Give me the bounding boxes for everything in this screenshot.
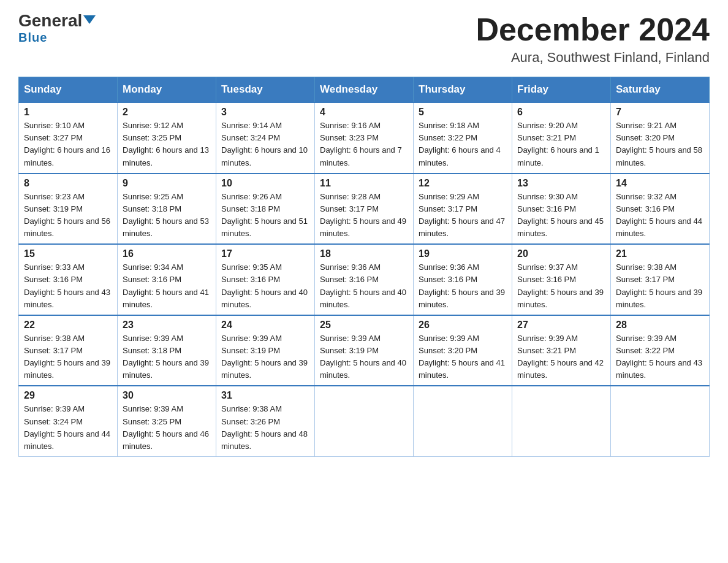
day-number: 24 bbox=[221, 320, 309, 331]
calendar-day-cell: 20 Sunrise: 9:37 AMSunset: 3:16 PMDaylig… bbox=[512, 244, 611, 315]
day-number: 31 bbox=[221, 390, 309, 401]
day-number: 2 bbox=[123, 107, 211, 118]
calendar-week-row: 29 Sunrise: 9:39 AMSunset: 3:24 PMDaylig… bbox=[19, 386, 710, 456]
day-info: Sunrise: 9:33 AMSunset: 3:16 PMDaylight:… bbox=[24, 262, 110, 308]
logo: General Blue bbox=[18, 12, 96, 45]
day-info: Sunrise: 9:10 AMSunset: 3:27 PMDaylight:… bbox=[24, 121, 110, 167]
calendar-day-cell: 31 Sunrise: 9:38 AMSunset: 3:26 PMDaylig… bbox=[216, 386, 315, 456]
day-number: 26 bbox=[419, 320, 507, 331]
page-header: General Blue December 2024 Aura, Southwe… bbox=[18, 12, 710, 66]
calendar-week-row: 8 Sunrise: 9:23 AMSunset: 3:19 PMDayligh… bbox=[19, 174, 710, 245]
logo-text: General bbox=[18, 12, 96, 29]
title-block: December 2024 Aura, Southwest Finland, F… bbox=[476, 12, 710, 66]
calendar-day-cell: 10 Sunrise: 9:26 AMSunset: 3:18 PMDaylig… bbox=[216, 174, 315, 245]
day-info: Sunrise: 9:39 AMSunset: 3:22 PMDaylight:… bbox=[616, 334, 702, 380]
calendar-day-cell: 11 Sunrise: 9:28 AMSunset: 3:17 PMDaylig… bbox=[315, 174, 414, 245]
weekday-header-friday: Friday bbox=[512, 77, 611, 103]
day-number: 22 bbox=[24, 320, 112, 331]
empty-day-cell bbox=[315, 386, 414, 456]
day-number: 29 bbox=[24, 390, 112, 401]
day-info: Sunrise: 9:18 AMSunset: 3:22 PMDaylight:… bbox=[419, 121, 501, 167]
calendar-day-cell: 14 Sunrise: 9:32 AMSunset: 3:16 PMDaylig… bbox=[611, 174, 710, 245]
calendar-day-cell: 28 Sunrise: 9:39 AMSunset: 3:22 PMDaylig… bbox=[611, 315, 710, 386]
calendar-day-cell: 15 Sunrise: 9:33 AMSunset: 3:16 PMDaylig… bbox=[19, 244, 118, 315]
day-info: Sunrise: 9:12 AMSunset: 3:25 PMDaylight:… bbox=[123, 121, 209, 167]
calendar-day-cell: 8 Sunrise: 9:23 AMSunset: 3:19 PMDayligh… bbox=[19, 174, 118, 245]
day-info: Sunrise: 9:39 AMSunset: 3:25 PMDaylight:… bbox=[123, 404, 209, 450]
day-number: 1 bbox=[24, 107, 112, 118]
day-number: 10 bbox=[221, 178, 309, 189]
calendar-header-row: SundayMondayTuesdayWednesdayThursdayFrid… bbox=[19, 77, 710, 103]
day-info: Sunrise: 9:14 AMSunset: 3:24 PMDaylight:… bbox=[221, 121, 308, 167]
weekday-header-tuesday: Tuesday bbox=[216, 77, 315, 103]
calendar-day-cell: 22 Sunrise: 9:38 AMSunset: 3:17 PMDaylig… bbox=[19, 315, 118, 386]
calendar-day-cell: 21 Sunrise: 9:38 AMSunset: 3:17 PMDaylig… bbox=[611, 244, 710, 315]
day-number: 17 bbox=[221, 248, 309, 259]
weekday-header-saturday: Saturday bbox=[611, 77, 710, 103]
day-number: 14 bbox=[616, 178, 704, 189]
day-info: Sunrise: 9:26 AMSunset: 3:18 PMDaylight:… bbox=[221, 192, 308, 238]
day-number: 8 bbox=[24, 178, 112, 189]
day-number: 4 bbox=[320, 107, 408, 118]
day-number: 7 bbox=[616, 107, 704, 118]
calendar-day-cell: 19 Sunrise: 9:36 AMSunset: 3:16 PMDaylig… bbox=[414, 244, 512, 315]
day-number: 12 bbox=[419, 178, 507, 189]
day-info: Sunrise: 9:36 AMSunset: 3:16 PMDaylight:… bbox=[419, 262, 505, 308]
day-number: 30 bbox=[123, 390, 211, 401]
page-subtitle: Aura, Southwest Finland, Finland bbox=[476, 50, 710, 66]
day-info: Sunrise: 9:39 AMSunset: 3:24 PMDaylight:… bbox=[24, 404, 110, 450]
day-number: 16 bbox=[123, 248, 211, 259]
calendar-day-cell: 6 Sunrise: 9:20 AMSunset: 3:21 PMDayligh… bbox=[512, 102, 611, 174]
calendar-day-cell: 12 Sunrise: 9:29 AMSunset: 3:17 PMDaylig… bbox=[414, 174, 512, 245]
weekday-header-sunday: Sunday bbox=[19, 77, 118, 103]
calendar-day-cell: 2 Sunrise: 9:12 AMSunset: 3:25 PMDayligh… bbox=[118, 102, 216, 174]
calendar-day-cell: 16 Sunrise: 9:34 AMSunset: 3:16 PMDaylig… bbox=[118, 244, 216, 315]
day-number: 23 bbox=[123, 320, 211, 331]
calendar-day-cell: 4 Sunrise: 9:16 AMSunset: 3:23 PMDayligh… bbox=[315, 102, 414, 174]
day-number: 21 bbox=[616, 248, 704, 259]
calendar-day-cell: 17 Sunrise: 9:35 AMSunset: 3:16 PMDaylig… bbox=[216, 244, 315, 315]
day-info: Sunrise: 9:23 AMSunset: 3:19 PMDaylight:… bbox=[24, 192, 110, 238]
day-info: Sunrise: 9:30 AMSunset: 3:16 PMDaylight:… bbox=[517, 192, 604, 238]
day-info: Sunrise: 9:16 AMSunset: 3:23 PMDaylight:… bbox=[320, 121, 402, 167]
day-info: Sunrise: 9:39 AMSunset: 3:19 PMDaylight:… bbox=[320, 334, 406, 380]
day-number: 5 bbox=[419, 107, 507, 118]
calendar-day-cell: 5 Sunrise: 9:18 AMSunset: 3:22 PMDayligh… bbox=[414, 102, 512, 174]
calendar-day-cell: 1 Sunrise: 9:10 AMSunset: 3:27 PMDayligh… bbox=[19, 102, 118, 174]
day-number: 3 bbox=[221, 107, 309, 118]
calendar-day-cell: 13 Sunrise: 9:30 AMSunset: 3:16 PMDaylig… bbox=[512, 174, 611, 245]
day-number: 18 bbox=[320, 248, 408, 259]
logo-blue-line: Blue bbox=[18, 31, 47, 45]
day-number: 19 bbox=[419, 248, 507, 259]
weekday-header-wednesday: Wednesday bbox=[315, 77, 414, 103]
day-info: Sunrise: 9:39 AMSunset: 3:18 PMDaylight:… bbox=[123, 334, 209, 380]
day-info: Sunrise: 9:35 AMSunset: 3:16 PMDaylight:… bbox=[221, 262, 308, 308]
day-number: 28 bbox=[616, 320, 704, 331]
calendar-day-cell: 25 Sunrise: 9:39 AMSunset: 3:19 PMDaylig… bbox=[315, 315, 414, 386]
calendar-day-cell: 27 Sunrise: 9:39 AMSunset: 3:21 PMDaylig… bbox=[512, 315, 611, 386]
calendar-day-cell: 7 Sunrise: 9:21 AMSunset: 3:20 PMDayligh… bbox=[611, 102, 710, 174]
day-info: Sunrise: 9:36 AMSunset: 3:16 PMDaylight:… bbox=[320, 262, 406, 308]
day-info: Sunrise: 9:21 AMSunset: 3:20 PMDaylight:… bbox=[616, 121, 702, 167]
calendar-day-cell: 3 Sunrise: 9:14 AMSunset: 3:24 PMDayligh… bbox=[216, 102, 315, 174]
day-info: Sunrise: 9:38 AMSunset: 3:17 PMDaylight:… bbox=[616, 262, 702, 308]
day-info: Sunrise: 9:28 AMSunset: 3:17 PMDaylight:… bbox=[320, 192, 406, 238]
empty-day-cell bbox=[611, 386, 710, 456]
day-number: 25 bbox=[320, 320, 408, 331]
calendar-week-row: 22 Sunrise: 9:38 AMSunset: 3:17 PMDaylig… bbox=[19, 315, 710, 386]
day-info: Sunrise: 9:39 AMSunset: 3:19 PMDaylight:… bbox=[221, 334, 308, 380]
calendar-day-cell: 18 Sunrise: 9:36 AMSunset: 3:16 PMDaylig… bbox=[315, 244, 414, 315]
calendar-day-cell: 30 Sunrise: 9:39 AMSunset: 3:25 PMDaylig… bbox=[118, 386, 216, 456]
weekday-header-monday: Monday bbox=[118, 77, 216, 103]
calendar-day-cell: 9 Sunrise: 9:25 AMSunset: 3:18 PMDayligh… bbox=[118, 174, 216, 245]
day-number: 27 bbox=[517, 320, 605, 331]
calendar-day-cell: 29 Sunrise: 9:39 AMSunset: 3:24 PMDaylig… bbox=[19, 386, 118, 456]
day-info: Sunrise: 9:38 AMSunset: 3:17 PMDaylight:… bbox=[24, 334, 110, 380]
day-number: 13 bbox=[517, 178, 605, 189]
day-info: Sunrise: 9:20 AMSunset: 3:21 PMDaylight:… bbox=[517, 121, 599, 167]
day-number: 20 bbox=[517, 248, 605, 259]
calendar-day-cell: 24 Sunrise: 9:39 AMSunset: 3:19 PMDaylig… bbox=[216, 315, 315, 386]
day-info: Sunrise: 9:38 AMSunset: 3:26 PMDaylight:… bbox=[221, 404, 308, 450]
weekday-header-thursday: Thursday bbox=[414, 77, 512, 103]
empty-day-cell bbox=[414, 386, 512, 456]
